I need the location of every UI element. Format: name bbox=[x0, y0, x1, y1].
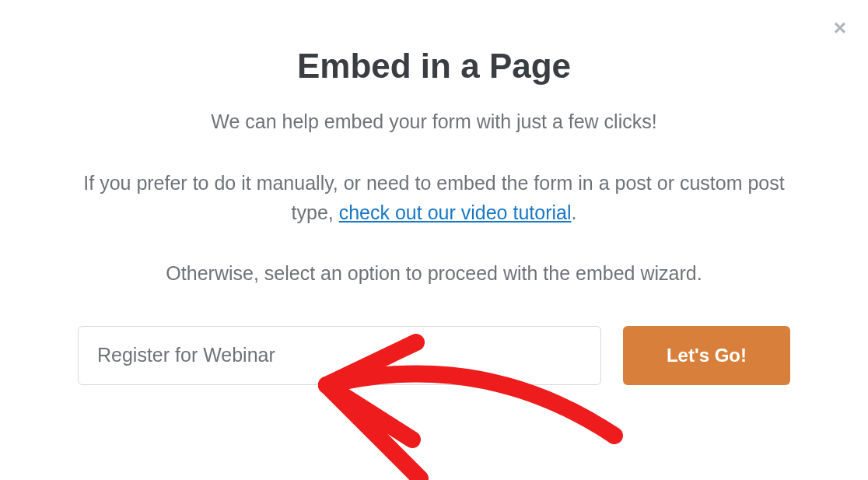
modal-title: Embed in a Page bbox=[78, 47, 790, 86]
wizard-text: Otherwise, select an option to proceed w… bbox=[78, 259, 790, 289]
close-icon: × bbox=[834, 19, 846, 37]
modal-body: If you prefer to do it manually, or need… bbox=[78, 168, 790, 229]
action-row: Let's Go! bbox=[78, 326, 790, 385]
modal-subtitle: We can help embed your form with just a … bbox=[78, 107, 790, 137]
page-name-input[interactable] bbox=[78, 326, 601, 385]
close-button[interactable]: × bbox=[831, 19, 849, 37]
video-tutorial-link[interactable]: check out our video tutorial bbox=[339, 201, 572, 223]
lets-go-button[interactable]: Let's Go! bbox=[623, 326, 790, 385]
embed-modal: × Embed in a Page We can help embed your… bbox=[0, 0, 868, 416]
body-suffix: . bbox=[571, 201, 576, 223]
